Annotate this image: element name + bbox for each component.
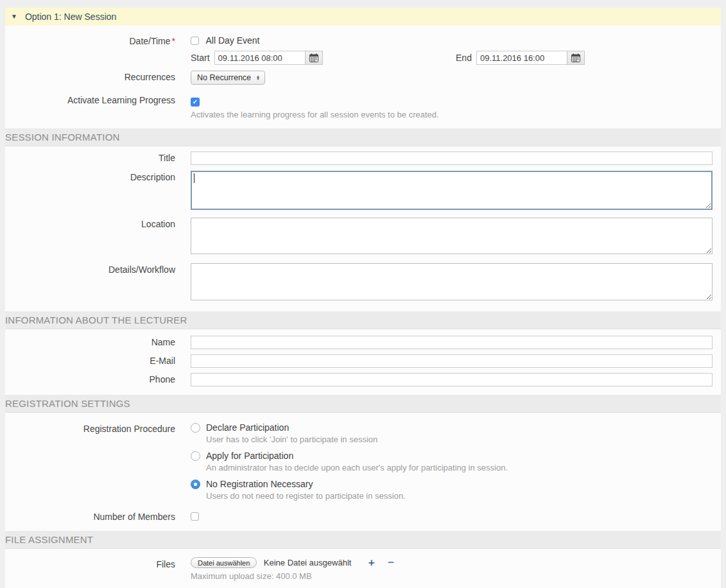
session-information-block: Title Description Location Details/Workf… [5, 146, 721, 311]
recurrence-selected-value: No Recurrence [197, 73, 251, 82]
details-workflow-label: Details/Workflow [5, 263, 175, 275]
section-file-assignment: FILE ASSIGNMENT [5, 531, 721, 549]
end-calendar-button[interactable] [567, 51, 585, 65]
description-label: Description [5, 171, 175, 182]
location-textarea[interactable] [191, 218, 713, 254]
radio-apply-for-participation-label[interactable]: Apply for Participation [206, 451, 293, 461]
registration-block: Registration Procedure Declare Participa… [5, 413, 721, 531]
calendar-icon [571, 53, 580, 62]
text-caret [194, 173, 194, 183]
number-of-members-label: Number of Members [5, 510, 175, 522]
registration-procedure-label: Registration Procedure [5, 422, 175, 434]
lecturer-phone-label: Phone [5, 373, 175, 385]
max-upload-size-help: Maximum upload size: 400.0 MB [191, 571, 713, 581]
title-input[interactable] [191, 151, 713, 165]
learning-progress-label: Activate Learning Progress [5, 94, 175, 105]
description-textarea[interactable] [191, 171, 713, 210]
no-file-selected-text: Keine Datei ausgewählt [264, 558, 352, 567]
section-registration-settings: REGISTRATION SETTINGS [5, 395, 721, 413]
datetime-block: Date/Time* All Day Event Start End Recur… [5, 26, 721, 128]
add-file-icon[interactable]: + [368, 557, 375, 569]
lecturer-email-label: E-Mail [5, 354, 175, 366]
all-day-event-checkbox[interactable] [191, 37, 199, 45]
radio-declare-participation[interactable] [191, 423, 200, 433]
end-label: End [456, 53, 472, 63]
learning-progress-help: Activates the learning progress for all … [191, 110, 713, 119]
location-label: Location [5, 218, 175, 229]
remove-file-icon[interactable]: − [388, 557, 394, 569]
datetime-label: Date/Time* [5, 35, 175, 46]
radio-apply-for-participation[interactable] [191, 451, 200, 461]
radio-declare-participation-label[interactable]: Declare Participation [206, 422, 289, 433]
details-workflow-textarea[interactable] [191, 263, 713, 300]
radio-no-registration-necessary[interactable] [191, 480, 200, 489]
accordion-title: Option 1: New Session [25, 12, 116, 22]
accordion-header-option1[interactable]: ▼ Option 1: New Session [5, 8, 721, 26]
apply-for-participation-help: An administrator has to decide upon each… [206, 463, 713, 472]
required-asterisk: * [172, 36, 175, 46]
start-date-input[interactable] [214, 51, 306, 65]
files-label: Files [5, 557, 175, 569]
section-session-information: SESSION INFORMATION [5, 128, 721, 146]
number-of-members-checkbox[interactable] [191, 512, 199, 521]
lecturer-phone-input[interactable] [191, 373, 713, 386]
collapse-caret-icon: ▼ [11, 13, 17, 20]
radio-no-registration-necessary-label[interactable]: No Registration Necessary [206, 479, 313, 489]
select-arrows-icon: ▲▼ [256, 75, 260, 81]
datetime-label-text: Date/Time [129, 36, 170, 46]
end-group: End [456, 51, 585, 62]
choose-file-button[interactable]: Datei auswählen [191, 557, 257, 568]
lecturer-name-input[interactable] [191, 336, 713, 349]
files-block: Files Datei auswählen Keine Datei ausgew… [5, 549, 721, 588]
declare-participation-help: User has to click 'Join' to participate … [206, 435, 713, 444]
all-day-event-label[interactable]: All Day Event [205, 35, 259, 46]
lecturer-name-label: Name [5, 336, 175, 347]
lecturer-block: Name E-Mail Phone [5, 329, 721, 395]
learning-progress-checkbox[interactable]: ✓ [191, 98, 200, 107]
title-label: Title [5, 151, 175, 163]
recurrence-select[interactable]: No Recurrence ▲▼ [191, 71, 265, 85]
start-label: Start [191, 53, 210, 63]
no-registration-necessary-help: Users do not need to register to partici… [206, 491, 713, 501]
section-lecturer: INFORMATION ABOUT THE LECTURER [5, 311, 721, 329]
session-form: ▼ Option 1: New Session Date/Time* All D… [5, 8, 721, 588]
end-date-input[interactable] [476, 51, 567, 65]
start-calendar-button[interactable] [305, 51, 323, 65]
recurrences-label: Recurrences [5, 71, 175, 82]
calendar-icon [309, 53, 318, 62]
lecturer-email-input[interactable] [191, 354, 713, 368]
